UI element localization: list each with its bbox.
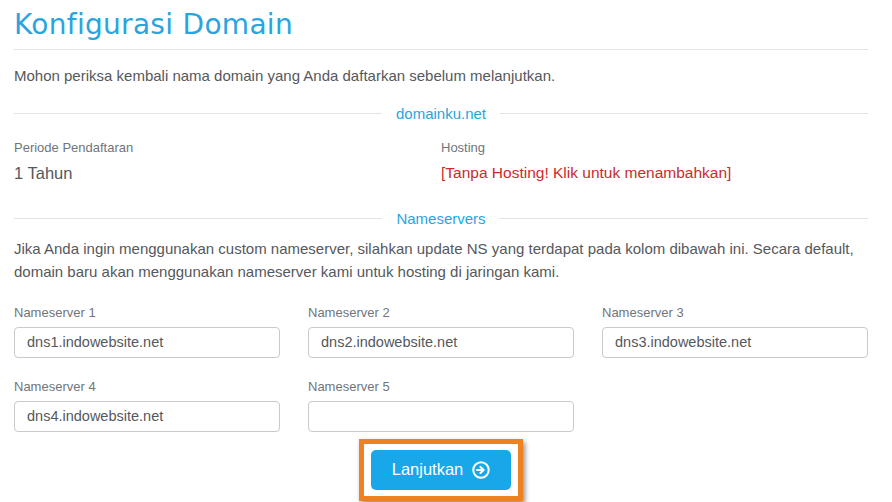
domain-configuration-page: Konfigurasi Domain Mohon periksa kembali… [0, 0, 892, 501]
hosting-field: Hosting [Tanpa Hosting! Klik untuk menam… [441, 140, 868, 183]
nameserver-1-label: Nameserver 1 [14, 305, 280, 320]
nameservers-legend: Nameservers [382, 210, 499, 227]
nameserver-3-field: Nameserver 3 [602, 305, 868, 358]
nameserver-4-input[interactable] [14, 401, 280, 432]
domain-name-legend: domainku.net [382, 105, 500, 122]
annotation-highlight-box: Lanjutkan [359, 439, 524, 501]
domain-info-row: Periode Pendaftaran 1 Tahun Hosting [Tan… [14, 114, 868, 183]
domain-name-divider: domainku.net [14, 113, 868, 114]
submit-row: Lanjutkan [14, 439, 868, 501]
nameservers-description: Jika Anda ingin menggunakan custom names… [14, 237, 868, 284]
registration-period-field: Periode Pendaftaran 1 Tahun [14, 140, 441, 183]
continue-button[interactable]: Lanjutkan [371, 450, 512, 490]
title-divider [14, 49, 868, 50]
add-hosting-link[interactable]: [Tanpa Hosting! Klik untuk menambahkan] [441, 164, 731, 181]
nameserver-3-label: Nameserver 3 [602, 305, 868, 320]
nameservers-grid: Nameserver 1 Nameserver 2 Nameserver 3 N… [14, 305, 868, 432]
nameserver-1-field: Nameserver 1 [14, 305, 280, 358]
nameserver-5-field: Nameserver 5 [308, 379, 574, 432]
intro-text: Mohon periksa kembali nama domain yang A… [14, 67, 868, 84]
page-title: Konfigurasi Domain [14, 8, 868, 41]
nameserver-5-label: Nameserver 5 [308, 379, 574, 394]
nameserver-2-field: Nameserver 2 [308, 305, 574, 358]
hosting-label: Hosting [441, 140, 868, 155]
nameserver-2-input[interactable] [308, 327, 574, 358]
continue-button-label: Lanjutkan [392, 460, 464, 479]
registration-period-label: Periode Pendaftaran [14, 140, 441, 155]
nameserver-5-input[interactable] [308, 401, 574, 432]
nameserver-1-input[interactable] [14, 327, 280, 358]
arrow-circle-right-icon [472, 461, 490, 479]
nameserver-3-input[interactable] [602, 327, 868, 358]
registration-period-value: 1 Tahun [14, 164, 441, 183]
nameserver-4-field: Nameserver 4 [14, 379, 280, 432]
nameserver-2-label: Nameserver 2 [308, 305, 574, 320]
nameservers-divider: Nameservers [14, 218, 868, 219]
nameserver-4-label: Nameserver 4 [14, 379, 280, 394]
